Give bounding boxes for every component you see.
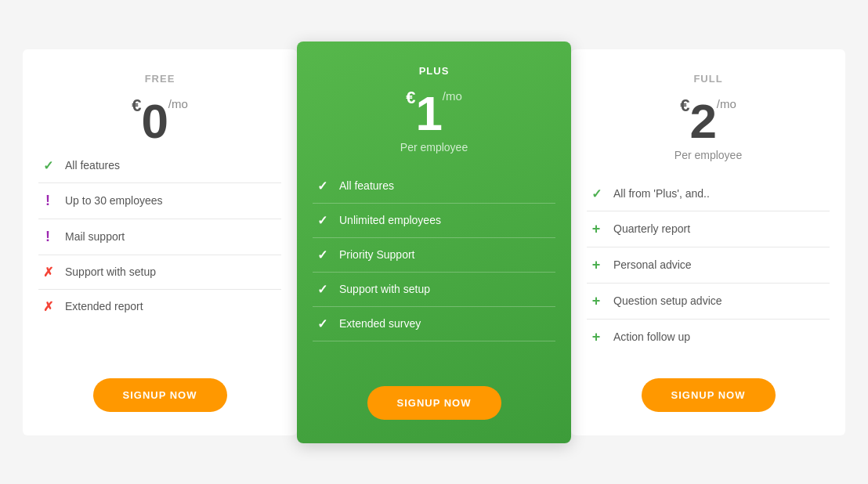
feature-text: All from 'Plus', and.. (613, 187, 710, 200)
feature-item: !Up to 30 employees (38, 183, 281, 219)
plus-icon: + (587, 221, 606, 237)
signup-button-plus[interactable]: SIGNUP NOW (367, 386, 501, 420)
feature-item: ✓Unlimited employees (313, 204, 555, 238)
plan-free: FREE€0/mo✓All features!Up to 30 employee… (23, 49, 297, 435)
per-employee-plus: Per employee (400, 141, 468, 154)
plus-icon: + (587, 329, 606, 345)
feature-item: +Personal advice (587, 247, 830, 284)
feature-text: Mail support (65, 230, 125, 243)
cross-icon: ✗ (38, 299, 57, 314)
feature-list-free: ✓All features!Up to 30 employees!Mail su… (38, 149, 281, 355)
check-icon: ✓ (313, 213, 331, 228)
feature-text: Question setup advice (613, 294, 722, 307)
plan-name-free: FREE (145, 73, 175, 85)
feature-item: ✗Extended report (38, 290, 281, 323)
plan-plus: PLUS€1/moPer employee✓All features✓Unlim… (297, 42, 571, 443)
plan-name-plus: PLUS (419, 65, 450, 77)
check-icon: ✓ (38, 158, 57, 173)
feature-text: Up to 30 employees (65, 194, 163, 207)
currency-free: € (132, 97, 141, 114)
feature-item: +Question setup advice (587, 284, 830, 320)
signup-button-full[interactable]: SIGNUP NOW (642, 378, 776, 412)
feature-text: Support with setup (65, 265, 156, 278)
feature-text: Support with setup (339, 283, 430, 295)
pricing-wrapper: FREE€0/mo✓All features!Up to 30 employee… (23, 49, 845, 435)
feature-list-full: ✓All from 'Plus', and..+Quarterly report… (587, 177, 830, 355)
feature-item: ✓Priority Support (313, 238, 555, 273)
amount-full: 2 (689, 97, 716, 146)
feature-text: Extended survey (339, 317, 421, 330)
feature-item: ✓All from 'Plus', and.. (587, 177, 830, 211)
feature-text: Extended report (65, 300, 143, 312)
amount-plus: 1 (415, 89, 442, 138)
signup-button-free[interactable]: SIGNUP NOW (93, 378, 227, 412)
check-icon: ✓ (313, 282, 331, 297)
exclamation-icon: ! (38, 229, 57, 245)
plan-name-full: FULL (693, 73, 722, 85)
per-employee-full: Per employee (675, 149, 742, 161)
plus-icon: + (587, 257, 606, 273)
feature-item: +Quarterly report (587, 211, 830, 247)
feature-item: ✓Extended survey (313, 307, 555, 341)
per-mo-full: /mo (717, 97, 736, 110)
feature-item: ✓All features (38, 149, 281, 183)
per-mo-plus: /mo (443, 89, 462, 103)
feature-text: All features (65, 159, 120, 172)
price-block-plus: €1/mo (406, 89, 462, 138)
exclamation-icon: ! (38, 193, 57, 209)
amount-free: 0 (141, 97, 168, 146)
plus-icon: + (587, 293, 606, 309)
feature-text: All features (339, 179, 394, 192)
per-mo-free: /mo (168, 97, 188, 110)
plan-full: FULL€2/moPer employee✓All from 'Plus', a… (571, 49, 845, 435)
feature-item: ✓All features (313, 169, 555, 204)
feature-text: Priority Support (339, 248, 414, 261)
feature-item: ✗Support with setup (38, 255, 281, 290)
feature-item: !Mail support (38, 219, 281, 255)
check-icon: ✓ (313, 316, 331, 331)
check-icon: ✓ (313, 247, 331, 262)
feature-item: +Action follow up (587, 320, 830, 355)
price-block-full: €2/mo (680, 97, 736, 146)
feature-text: Quarterly report (613, 222, 690, 235)
price-block-free: €0/mo (132, 97, 188, 146)
feature-text: Action follow up (613, 330, 690, 343)
check-icon: ✓ (313, 179, 331, 193)
cross-icon: ✗ (38, 265, 57, 280)
feature-list-plus: ✓All features✓Unlimited employees✓Priori… (313, 169, 555, 363)
check-icon: ✓ (587, 186, 606, 201)
feature-text: Unlimited employees (339, 214, 441, 226)
feature-item: ✓Support with setup (313, 273, 555, 307)
feature-text: Personal advice (613, 258, 692, 271)
currency-plus: € (406, 89, 415, 107)
currency-full: € (680, 97, 689, 114)
